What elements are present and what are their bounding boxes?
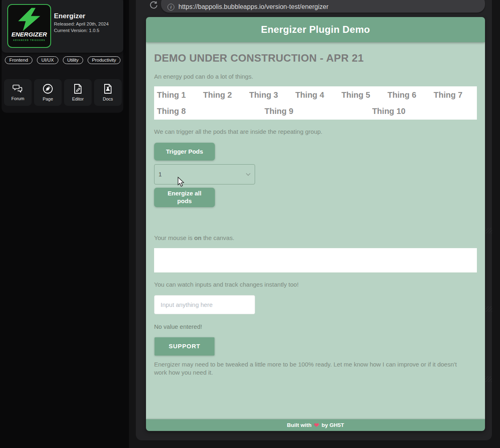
footer-built-text: Built with	[287, 422, 312, 428]
demo-panel: Energizer Plugin Demo DEMO UNDER CONSTRU…	[146, 17, 485, 431]
inputs-description: You can watch inputs and track changes i…	[154, 281, 298, 288]
thing-item: Thing 3	[246, 90, 292, 100]
forum-icon	[13, 84, 23, 94]
editor-icon	[73, 84, 83, 94]
info-icon[interactable]: i	[167, 4, 174, 11]
logo-sub-text: ADVANCED TRIGGERS	[13, 39, 45, 41]
tag-utility[interactable]: Utility	[63, 56, 83, 64]
thing-item: Thing 2	[200, 90, 247, 100]
mouse-canvas[interactable]	[154, 248, 477, 272]
nav-docs-button[interactable]: Docs	[94, 79, 122, 106]
tag-uiux[interactable]: UI/UX	[37, 56, 58, 64]
resize-grip	[485, 228, 492, 234]
demo-title: Energizer Plugin Demo	[261, 24, 370, 35]
resize-grip	[485, 376, 492, 382]
plugin-info-card: ENERGIZER ADVANCED TRIGGERS Energizer Re…	[2, 0, 123, 53]
docs-icon	[103, 84, 113, 94]
repeating-group: Thing 1 Thing 2 Thing 3 Thing 4 Thing 5 …	[154, 86, 477, 120]
url-bar[interactable]: i https://bappolis.bubbleapps.io/version…	[161, 0, 485, 13]
nav-forum-label: Forum	[11, 96, 24, 101]
mouse-state: on	[194, 234, 202, 241]
nav-editor-button[interactable]: Editor	[64, 79, 92, 106]
footer-by-text: by GH5T	[322, 422, 344, 428]
demo-header: Energizer Plugin Demo	[146, 17, 485, 42]
nav-docs-label: Docs	[103, 96, 113, 101]
screen: ENERGIZER ADVANCED TRIGGERS Energizer Re…	[0, 0, 500, 448]
anything-input[interactable]	[154, 295, 255, 314]
demo-body: DEMO UNDER CONSTRUCTION - APR 21 An ener…	[146, 42, 485, 419]
thing-item: Thing 6	[385, 90, 431, 100]
heart-icon: ❤	[314, 422, 319, 429]
nav-page-button[interactable]: Page	[34, 79, 62, 106]
thing-item: Thing 10	[369, 107, 477, 116]
thing-item: Thing 5	[339, 90, 385, 100]
mouse-status-text: Your mouse is on the canvas.	[154, 234, 234, 241]
thing-item: Thing 9	[262, 107, 369, 116]
thing-item: Thing 8	[154, 107, 262, 116]
plug-icon	[43, 84, 53, 94]
energize-all-pods-button[interactable]: Energize all pods	[154, 188, 215, 207]
thing-item: Thing 7	[431, 90, 477, 100]
pod-count-dropdown[interactable]: 1	[154, 164, 255, 184]
lightning-bolt-icon	[15, 7, 44, 32]
resize-grip	[485, 306, 492, 312]
thing-item: Thing 4	[292, 90, 339, 100]
logo-brand-text: ENERGIZER	[11, 31, 47, 38]
sidebar: ENERGIZER ADVANCED TRIGGERS Energizer Re…	[2, 0, 123, 113]
tag-productivity[interactable]: Productivity	[88, 56, 120, 64]
things-row-2: Thing 8 Thing 9 Thing 10	[154, 103, 477, 119]
intro-text: An energy pod can do a lot of things.	[154, 73, 253, 80]
construction-heading: DEMO UNDER CONSTRUCTION - APR 21	[154, 52, 364, 64]
trigger-pods-button[interactable]: Trigger Pods	[154, 143, 215, 161]
thing-item: Thing 1	[154, 90, 200, 100]
no-value-text: No value entered!	[154, 323, 202, 330]
sidebar-nav: Forum Page	[4, 79, 122, 106]
refresh-icon[interactable]	[149, 0, 159, 10]
nav-editor-label: Editor	[72, 96, 84, 101]
tag-frontend[interactable]: Frontend	[5, 56, 32, 64]
url-text[interactable]: https://bappolis.bubbleapps.io/version-t…	[178, 3, 328, 11]
dropdown-value: 1	[159, 171, 246, 178]
demo-footer: Built with ❤ by GH5T	[146, 419, 485, 431]
plugin-title: Energizer	[54, 12, 85, 20]
support-button[interactable]: SUPPORT	[155, 337, 215, 356]
things-row-1: Thing 1 Thing 2 Thing 3 Thing 4 Thing 5 …	[154, 87, 477, 103]
tags-row: Frontend UI/UX Utility Productivity	[5, 56, 120, 64]
plugin-version: Current Version: 1.0.5	[54, 28, 99, 33]
chevron-down-icon	[246, 173, 251, 176]
nav-forum-button[interactable]: Forum	[4, 79, 32, 106]
plugin-logo: ENERGIZER ADVANCED TRIGGERS	[7, 4, 51, 48]
nav-page-label: Page	[43, 96, 53, 101]
feedback-note: Energizer may need to be tweaked a littl…	[154, 360, 470, 377]
plugin-released: Released: April 20th, 2024	[54, 21, 109, 26]
trigger-description: We can trigger all the pods that are ins…	[154, 128, 322, 135]
